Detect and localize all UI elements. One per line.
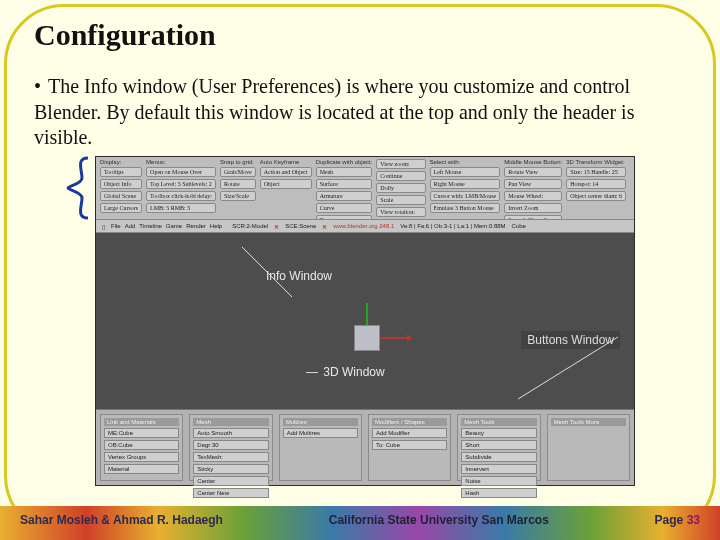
prefs-option[interactable]: Emulate 3 Button Mouse [430, 203, 501, 213]
menubar: ▯ FileAddTimelineGameRenderHelp SCR:2-Mo… [96, 219, 634, 233]
prefs-option[interactable]: View rotation: [376, 207, 425, 217]
buttons-panel: Mesh Tools More [547, 414, 630, 481]
panel-field[interactable]: To: Cube [372, 440, 447, 450]
buttons-window: Link and MaterialsME:CubeOB:CubeVertex G… [96, 409, 634, 485]
blender-screenshot: Display:TooltipsObject InfoGlobal SceneL… [95, 156, 635, 486]
prefs-column-label: Select with: [430, 159, 501, 165]
prefs-option[interactable]: Object center diam: 6 [566, 191, 626, 201]
prefs-option[interactable]: Large Cursors [100, 203, 142, 213]
menu-item[interactable]: Timeline [139, 223, 161, 229]
panel-header[interactable]: Mesh Tools [461, 418, 536, 426]
panel-field[interactable]: Add Modifier [372, 428, 447, 438]
default-cube[interactable] [354, 325, 380, 351]
panel-header[interactable]: Modifiers / Shapes [372, 418, 447, 426]
prefs-option[interactable]: Rotate View [504, 167, 562, 177]
window-type-icon[interactable]: ▯ [102, 223, 105, 230]
panel-field[interactable]: Material [104, 464, 179, 474]
svg-line-1 [518, 337, 618, 399]
prefs-option[interactable]: Size: 15 Handle: 25 [566, 167, 626, 177]
buttons-panel: MultiresAdd Multires [279, 414, 362, 481]
prefs-option[interactable]: LMB: 5 RMB: 5 [146, 203, 216, 213]
panel-field[interactable]: Center [193, 476, 268, 486]
prefs-option[interactable]: View zoom: [376, 159, 425, 169]
brace-icon [62, 156, 92, 220]
screen-selector[interactable]: SCR:2-Model [232, 223, 268, 229]
footer-affiliation: California State University San Marcos [329, 513, 549, 527]
viewport-3d[interactable]: Info Window — 3D Window Buttons Window [96, 233, 634, 409]
page-number: 33 [687, 513, 700, 527]
prefs-option[interactable]: Cursor with: LMB/Mouse [430, 191, 501, 201]
menu-item[interactable]: Render [186, 223, 206, 229]
prefs-option[interactable]: Size/Scale [220, 191, 256, 201]
viewport-label-text: 3D Window [323, 365, 384, 379]
prefs-option[interactable]: Grab/Move [220, 167, 256, 177]
callout-line-buttons [508, 333, 628, 403]
slide-title: Configuration [34, 18, 216, 52]
prefs-option[interactable]: Surface [316, 179, 373, 189]
prefs-option[interactable]: Dolly [376, 183, 425, 193]
prefs-option[interactable]: Scale [376, 195, 425, 205]
viewport-label: — 3D Window [306, 365, 385, 379]
menu-item[interactable]: Game [166, 223, 182, 229]
prefs-option[interactable]: Continue [376, 171, 425, 181]
active-object: Cube [512, 223, 526, 229]
prefs-option[interactable]: Pan View [504, 179, 562, 189]
panel-header[interactable]: Mesh [193, 418, 268, 426]
prefs-option[interactable]: Mesh [316, 167, 373, 177]
prefs-option[interactable]: Left Mouse [430, 167, 501, 177]
prefs-column-label: Auto Keyframe [260, 159, 312, 165]
bullet-paragraph: •The Info window (User Preferences) is w… [34, 74, 690, 151]
panel-field[interactable]: Sticky [193, 464, 268, 474]
prefs-column-label: Menus: [146, 159, 216, 165]
prefs-option[interactable]: Open on Mouse Over [146, 167, 216, 177]
panel-field[interactable]: TexMesh: [193, 452, 268, 462]
panel-field[interactable]: Short [461, 440, 536, 450]
close-icon[interactable]: ✕ [274, 223, 279, 230]
panel-field[interactable]: Degr:30 [193, 440, 268, 450]
panel-field[interactable]: Hash [461, 488, 536, 498]
prefs-option[interactable]: Hotspot: 14 [566, 179, 626, 189]
prefs-option[interactable]: Object Info [100, 179, 142, 189]
panel-field[interactable]: ME:Cube [104, 428, 179, 438]
prefs-option[interactable]: Curve [316, 203, 373, 213]
panel-field[interactable]: Noise [461, 476, 536, 486]
prefs-option[interactable]: Global Scene [100, 191, 142, 201]
prefs-option[interactable]: Toolbox click-hold delay: [146, 191, 216, 201]
stats-text: Ve:8 | Fa:6 | Ob:3-1 | La:1 | Mem:0.88M [400, 223, 505, 229]
prefs-option[interactable]: Tooltips [100, 167, 142, 177]
status-text: www.blender.org 248.1 [333, 223, 394, 229]
buttons-panel: Mesh ToolsBeautyShortSubdivideInnervertN… [457, 414, 540, 481]
panel-field[interactable]: Auto Smooth [193, 428, 268, 438]
prefs-option[interactable]: Top Level: 5 Sublevels: 2 [146, 179, 216, 189]
panel-header[interactable]: Multires [283, 418, 358, 426]
panel-field[interactable]: Beauty [461, 428, 536, 438]
panel-header[interactable]: Link and Materials [104, 418, 179, 426]
panel-field[interactable]: Center New [193, 488, 268, 498]
slide: Configuration •The Info window (User Pre… [0, 0, 720, 540]
panel-field[interactable]: OB:Cube [104, 440, 179, 450]
panel-field[interactable]: Add Multires [283, 428, 358, 438]
info-window: Display:TooltipsObject InfoGlobal SceneL… [96, 157, 634, 219]
menu-item[interactable]: Help [210, 223, 222, 229]
panel-field[interactable]: Subdivide [461, 452, 536, 462]
prefs-option[interactable]: Invert Zoom [504, 203, 562, 213]
panel-field[interactable]: Innervert [461, 464, 536, 474]
menu-item[interactable]: Add [125, 223, 136, 229]
prefs-column-label: Display: [100, 159, 142, 165]
footer: Sahar Mosleh & Ahmad R. Hadaegh Californ… [0, 506, 720, 540]
scene-selector[interactable]: SCE:Scene [285, 223, 316, 229]
buttons-panel: MeshAuto SmoothDegr:30TexMesh:StickyCent… [189, 414, 272, 481]
prefs-option[interactable]: Rotate [220, 179, 256, 189]
panel-field[interactable]: Vertex Groups [104, 452, 179, 462]
menu-item[interactable]: File [111, 223, 121, 229]
prefs-option[interactable]: Right Mouse [430, 179, 501, 189]
bullet-text: The Info window (User Preferences) is wh… [34, 75, 634, 148]
prefs-option[interactable]: Mouse Wheel: [504, 191, 562, 201]
prefs-option[interactable]: Object [260, 179, 312, 189]
panel-header[interactable]: Mesh Tools More [551, 418, 626, 426]
close-icon[interactable]: ✕ [322, 223, 327, 230]
prefs-option[interactable]: Armature [316, 191, 373, 201]
bullet-dot: • [34, 74, 48, 100]
prefs-option[interactable]: Action and Object [260, 167, 312, 177]
axis-y-icon [366, 303, 368, 325]
